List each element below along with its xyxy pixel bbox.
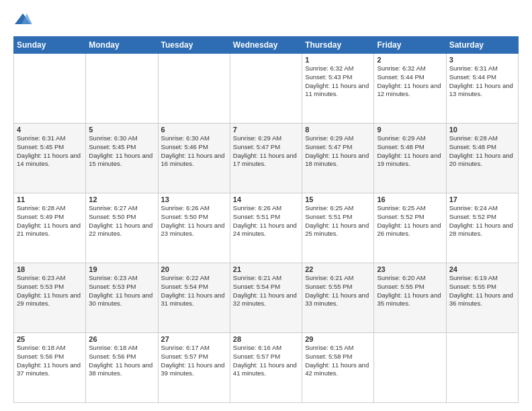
day-number: 17	[449, 195, 515, 203]
day-number: 24	[449, 265, 515, 273]
day-number: 7	[233, 126, 299, 134]
calendar-cell: 18Sunrise: 6:23 AM Sunset: 5:53 PM Dayli…	[14, 263, 86, 333]
day-info: Sunrise: 6:18 AM Sunset: 5:56 PM Dayligh…	[89, 344, 154, 378]
day-number: 6	[161, 126, 227, 134]
calendar-cell	[230, 54, 302, 124]
day-info: Sunrise: 6:30 AM Sunset: 5:46 PM Dayligh…	[161, 134, 227, 169]
day-info: Sunrise: 6:26 AM Sunset: 5:51 PM Dayligh…	[233, 204, 299, 238]
day-info: Sunrise: 6:23 AM Sunset: 5:53 PM Dayligh…	[17, 274, 83, 308]
calendar-cell: 17Sunrise: 6:24 AM Sunset: 5:52 PM Dayli…	[446, 193, 518, 263]
day-number: 26	[89, 335, 154, 343]
day-number: 25	[17, 335, 83, 343]
day-number: 23	[377, 265, 443, 273]
day-info: Sunrise: 6:19 AM Sunset: 5:55 PM Dayligh…	[449, 274, 515, 308]
day-info: Sunrise: 6:25 AM Sunset: 5:52 PM Dayligh…	[377, 204, 443, 238]
weekday-header: Thursday	[302, 37, 374, 54]
day-number: 13	[161, 195, 227, 203]
calendar-cell	[374, 333, 446, 403]
header	[13, 11, 519, 30]
calendar-cell: 21Sunrise: 6:21 AM Sunset: 5:54 PM Dayli…	[230, 263, 302, 333]
day-number: 12	[89, 195, 154, 203]
day-info: Sunrise: 6:24 AM Sunset: 5:52 PM Dayligh…	[449, 204, 515, 238]
day-number: 27	[161, 335, 227, 343]
calendar-cell	[86, 54, 158, 124]
day-info: Sunrise: 6:29 AM Sunset: 5:47 PM Dayligh…	[233, 134, 299, 169]
calendar-cell: 4Sunrise: 6:31 AM Sunset: 5:45 PM Daylig…	[14, 124, 86, 193]
calendar-cell	[446, 333, 518, 403]
day-info: Sunrise: 6:26 AM Sunset: 5:50 PM Dayligh…	[161, 204, 227, 238]
day-info: Sunrise: 6:28 AM Sunset: 5:49 PM Dayligh…	[17, 204, 83, 238]
day-number: 9	[377, 126, 443, 134]
day-info: Sunrise: 6:16 AM Sunset: 5:57 PM Dayligh…	[233, 344, 299, 378]
calendar-cell: 7Sunrise: 6:29 AM Sunset: 5:47 PM Daylig…	[230, 124, 302, 193]
day-number: 8	[305, 126, 371, 134]
calendar-cell: 10Sunrise: 6:28 AM Sunset: 5:48 PM Dayli…	[446, 124, 518, 193]
weekday-header: Wednesday	[230, 37, 302, 54]
weekday-header: Friday	[374, 37, 446, 54]
calendar-cell: 8Sunrise: 6:29 AM Sunset: 5:47 PM Daylig…	[302, 124, 374, 193]
day-number: 2	[377, 56, 443, 64]
day-info: Sunrise: 6:17 AM Sunset: 5:57 PM Dayligh…	[161, 344, 227, 378]
day-info: Sunrise: 6:23 AM Sunset: 5:53 PM Dayligh…	[89, 274, 154, 308]
day-number: 29	[305, 335, 371, 343]
calendar-cell: 5Sunrise: 6:30 AM Sunset: 5:45 PM Daylig…	[86, 124, 158, 193]
day-info: Sunrise: 6:29 AM Sunset: 5:48 PM Dayligh…	[377, 134, 443, 169]
day-info: Sunrise: 6:32 AM Sunset: 5:43 PM Dayligh…	[305, 64, 371, 99]
day-info: Sunrise: 6:28 AM Sunset: 5:48 PM Dayligh…	[449, 134, 515, 169]
calendar-cell: 13Sunrise: 6:26 AM Sunset: 5:50 PM Dayli…	[158, 193, 230, 263]
weekday-header-row: SundayMondayTuesdayWednesdayThursdayFrid…	[14, 37, 519, 54]
day-info: Sunrise: 6:32 AM Sunset: 5:44 PM Dayligh…	[377, 64, 443, 99]
day-number: 16	[377, 195, 443, 203]
calendar-week-row: 25Sunrise: 6:18 AM Sunset: 5:56 PM Dayli…	[14, 333, 519, 403]
day-number: 4	[17, 126, 83, 134]
day-info: Sunrise: 6:20 AM Sunset: 5:55 PM Dayligh…	[377, 274, 443, 308]
day-number: 22	[305, 265, 371, 273]
calendar: SundayMondayTuesdayWednesdayThursdayFrid…	[13, 36, 519, 403]
logo	[13, 11, 34, 30]
day-info: Sunrise: 6:18 AM Sunset: 5:56 PM Dayligh…	[17, 344, 83, 378]
calendar-cell: 15Sunrise: 6:25 AM Sunset: 5:51 PM Dayli…	[302, 193, 374, 263]
day-number: 28	[233, 335, 299, 343]
day-info: Sunrise: 6:22 AM Sunset: 5:54 PM Dayligh…	[161, 274, 227, 308]
day-info: Sunrise: 6:31 AM Sunset: 5:44 PM Dayligh…	[449, 64, 515, 99]
day-number: 20	[161, 265, 227, 273]
calendar-week-row: 4Sunrise: 6:31 AM Sunset: 5:45 PM Daylig…	[14, 124, 519, 193]
calendar-cell: 9Sunrise: 6:29 AM Sunset: 5:48 PM Daylig…	[374, 124, 446, 193]
day-info: Sunrise: 6:27 AM Sunset: 5:50 PM Dayligh…	[89, 204, 154, 238]
calendar-cell: 3Sunrise: 6:31 AM Sunset: 5:44 PM Daylig…	[446, 54, 518, 124]
day-info: Sunrise: 6:21 AM Sunset: 5:55 PM Dayligh…	[305, 274, 371, 308]
day-info: Sunrise: 6:21 AM Sunset: 5:54 PM Dayligh…	[233, 274, 299, 308]
calendar-cell: 1Sunrise: 6:32 AM Sunset: 5:43 PM Daylig…	[302, 54, 374, 124]
day-number: 18	[17, 265, 83, 273]
calendar-cell: 16Sunrise: 6:25 AM Sunset: 5:52 PM Dayli…	[374, 193, 446, 263]
calendar-cell: 25Sunrise: 6:18 AM Sunset: 5:56 PM Dayli…	[14, 333, 86, 403]
day-number: 15	[305, 195, 371, 203]
day-info: Sunrise: 6:30 AM Sunset: 5:45 PM Dayligh…	[89, 134, 154, 169]
day-info: Sunrise: 6:15 AM Sunset: 5:58 PM Dayligh…	[305, 344, 371, 378]
day-number: 3	[449, 56, 515, 64]
calendar-week-row: 1Sunrise: 6:32 AM Sunset: 5:43 PM Daylig…	[14, 54, 519, 124]
calendar-cell	[14, 54, 86, 124]
calendar-cell: 22Sunrise: 6:21 AM Sunset: 5:55 PM Dayli…	[302, 263, 374, 333]
calendar-cell: 6Sunrise: 6:30 AM Sunset: 5:46 PM Daylig…	[158, 124, 230, 193]
day-number: 5	[89, 126, 154, 134]
calendar-cell: 26Sunrise: 6:18 AM Sunset: 5:56 PM Dayli…	[86, 333, 158, 403]
day-info: Sunrise: 6:31 AM Sunset: 5:45 PM Dayligh…	[17, 134, 83, 169]
calendar-week-row: 18Sunrise: 6:23 AM Sunset: 5:53 PM Dayli…	[14, 263, 519, 333]
weekday-header: Sunday	[14, 37, 86, 54]
day-info: Sunrise: 6:25 AM Sunset: 5:51 PM Dayligh…	[305, 204, 371, 238]
calendar-cell: 20Sunrise: 6:22 AM Sunset: 5:54 PM Dayli…	[158, 263, 230, 333]
calendar-cell	[158, 54, 230, 124]
day-number: 10	[449, 126, 515, 134]
day-number: 14	[233, 195, 299, 203]
weekday-header: Monday	[86, 37, 158, 54]
calendar-cell: 11Sunrise: 6:28 AM Sunset: 5:49 PM Dayli…	[14, 193, 86, 263]
day-number: 19	[89, 265, 154, 273]
calendar-cell: 2Sunrise: 6:32 AM Sunset: 5:44 PM Daylig…	[374, 54, 446, 124]
page: SundayMondayTuesdayWednesdayThursdayFrid…	[0, 0, 532, 411]
calendar-cell: 12Sunrise: 6:27 AM Sunset: 5:50 PM Dayli…	[86, 193, 158, 263]
calendar-cell: 19Sunrise: 6:23 AM Sunset: 5:53 PM Dayli…	[86, 263, 158, 333]
calendar-cell: 29Sunrise: 6:15 AM Sunset: 5:58 PM Dayli…	[302, 333, 374, 403]
weekday-header: Tuesday	[158, 37, 230, 54]
logo-icon	[13, 11, 32, 30]
